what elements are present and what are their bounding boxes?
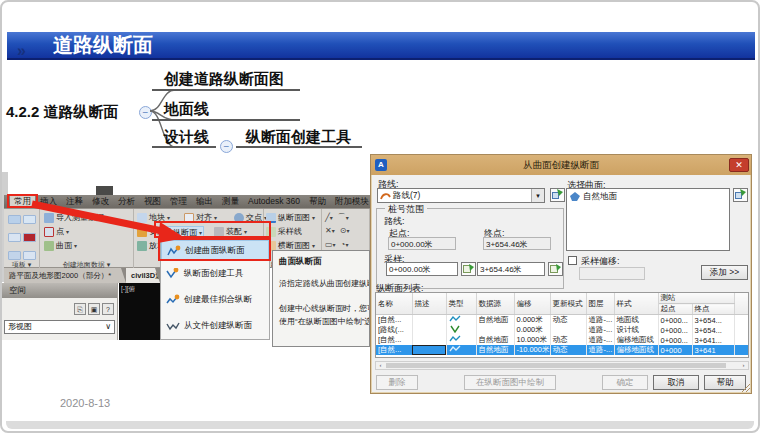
toolspace-icon[interactable] (8, 215, 21, 224)
ribbon-tab-addins[interactable]: 附加模块 (331, 195, 373, 208)
col-header-station-end[interactable]: 终点 (692, 304, 734, 315)
palette-icon[interactable] (23, 251, 36, 260)
panel-icon[interactable]: ▣ (88, 303, 100, 315)
draw-tools-row: ╱▾⌒▾ (325, 212, 349, 223)
drawing-tab-civil3d[interactable]: civil3D道 (126, 268, 160, 283)
profile-type-icon (449, 345, 461, 353)
qat-fragment (96, 186, 113, 195)
col-header-desc[interactable]: 描述 (412, 293, 446, 315)
sample-start-input[interactable]: 0+000.00米 (386, 262, 458, 276)
create-profile-dialog: 从曲面创建纵断面 A ✕ 路线: 路线(7) ▾ 桩号范围 路线: 起点: 终点… (370, 154, 752, 394)
palette-icon[interactable] (8, 233, 21, 242)
tooltip-line: 创建中心线纵断面时，您可以同时创建一 (279, 303, 369, 314)
copy-icon[interactable]: ⎘ (74, 303, 86, 315)
mindmap-underline (152, 89, 300, 91)
hatch-tool-icon[interactable]: ✕▾ (325, 226, 335, 235)
menu-item-best-fit-profile[interactable]: 创建最佳拟合纵断 (161, 287, 269, 313)
mindmap-root: 4.2.2 道路纵断面 (6, 103, 119, 122)
view-selector[interactable]: 形视图∨ (4, 320, 115, 334)
layout-type-icon (449, 325, 461, 333)
drawing-viewport[interactable]: [-][俯 (119, 283, 160, 340)
start-station-field: 0+000.00米 (388, 237, 456, 250)
ribbon-tab-autodesk360[interactable]: Autodesk 360 (244, 195, 304, 208)
palette-icon[interactable] (8, 251, 21, 260)
resize-grip[interactable] (740, 382, 750, 392)
dialog-title-bar[interactable]: 从曲面创建纵断面 (371, 155, 751, 175)
profile-type-icon (449, 315, 461, 323)
chevron-down-icon: ∨ (105, 321, 111, 333)
col-header-station[interactable]: 测站 (658, 293, 734, 304)
autocad-icon: A (375, 159, 387, 171)
ribbon-tab-help[interactable]: 帮助 (305, 195, 330, 208)
pick-station-button[interactable] (548, 262, 563, 276)
menu-item-profile-from-file[interactable]: 从文件创建纵断面 (161, 313, 269, 339)
circle-tool-icon[interactable]: ⊙▾ (340, 226, 350, 235)
sample-lines-button[interactable]: 采样线 (266, 226, 302, 237)
horizontal-scrollbar[interactable]: ‹ › (375, 361, 749, 370)
delete-button[interactable]: 删除 (376, 375, 418, 390)
mindmap-topic-ground-line: 地面线 (164, 100, 209, 119)
mindmap-underline (152, 119, 300, 121)
pick-station-icon (550, 263, 561, 274)
ribbon-tab-output[interactable]: 输出 (192, 195, 217, 208)
pick-surface-button[interactable] (733, 188, 748, 202)
profile-list-table[interactable]: 名称 描述 类型 数据源 偏移 更新模式 图层 样式 测站 起点 终点 (376, 293, 749, 355)
scrollbar-thumb[interactable] (386, 363, 726, 368)
col-header-name[interactable]: 名称 (376, 293, 412, 315)
ok-button[interactable]: 确定 (602, 375, 648, 390)
cancel-button[interactable]: 取消 (653, 375, 699, 390)
surface-icon (570, 192, 580, 201)
sample-offset-checkbox[interactable] (568, 256, 577, 265)
table-row[interactable]: [自然... 自然地面10.000米动态 道路-...偏移地面线 0+000..… (376, 335, 748, 345)
profile-list-table-wrap: 名称 描述 类型 数据源 偏移 更新模式 图层 样式 测站 起点 终点 (375, 292, 749, 358)
scroll-right-icon[interactable]: › (739, 362, 748, 369)
col-header-type[interactable]: 类型 (446, 293, 476, 315)
scroll-left-icon[interactable]: ‹ (376, 362, 385, 369)
view-tool-icon[interactable]: ◔▾ (341, 240, 349, 249)
drawing-tab-plan[interactable]: 路平面及地形图2000（部分）* (4, 268, 126, 283)
arc-tool-icon[interactable]: ⌒▾ (338, 212, 349, 223)
slide-bottom-edge (6, 421, 754, 429)
close-icon[interactable]: ✕ (729, 158, 749, 172)
col-header-style[interactable]: 样式 (614, 293, 658, 315)
sample-end-input[interactable]: 3+654.46米 (477, 262, 545, 276)
pick-station-icon (463, 263, 474, 274)
help-icon[interactable]: ? (102, 303, 114, 315)
table-row[interactable]: [自然... 自然地面0.000米动态 道路-...地面线 0+000...3+… (376, 315, 748, 326)
col-header-source[interactable]: 数据源 (476, 293, 514, 315)
mindmap-underline (236, 146, 362, 148)
col-header-mode[interactable]: 更新模式 (550, 293, 586, 315)
pick-alignment-button[interactable] (550, 188, 565, 202)
line-tool-icon[interactable]: ╱▾ (325, 213, 333, 222)
slide-header: » 道路纵断面 (7, 32, 755, 60)
table-row[interactable]: [路线(... 0.000米 道路-...设计线 0+000...3+654..… (376, 325, 748, 335)
collapse-icon[interactable]: − (220, 140, 233, 153)
surface-listbox[interactable]: 自然地面 (566, 188, 730, 251)
mindmap-topic-design-line: 设计线 (164, 128, 209, 147)
add-button[interactable]: 添加 >> (701, 265, 748, 280)
surface-profile-tooltip: 曲面纵断面 沿指定路线从曲面创建纵断面 创建中心线纵断面时，您可以同时创建一 使… (272, 250, 370, 347)
surface-list-item[interactable]: 自然地面 (583, 191, 617, 201)
chevron-decoration-icon: » (17, 37, 26, 60)
toolspace-panel: 空间 ⎘ ▣ ? 形视图∨ (2, 283, 118, 340)
menu-item-profile-creation-tools[interactable]: 纵断面创建工具 (161, 261, 269, 287)
alignment-combobox[interactable]: 路线(7) ▾ (377, 188, 545, 203)
slide-date: 2020-8-13 (60, 397, 110, 409)
pick-station-button[interactable] (461, 262, 476, 276)
select-object-icon (735, 189, 746, 200)
col-header-layer[interactable]: 图层 (586, 293, 614, 315)
ribbon-tab-survey[interactable]: 测量 (218, 195, 243, 208)
profile-tools-icon (165, 268, 181, 280)
col-header-offset[interactable]: 偏移 (514, 293, 550, 315)
alignment-icon (380, 191, 392, 201)
profile-view-button[interactable]: 纵断面图▾ (266, 212, 315, 223)
tooltip-line: 使用“在纵断面图中绘制”选项可以显示 (279, 316, 369, 327)
draw-in-profile-view-button[interactable]: 在纵断面图中绘制 (464, 375, 556, 390)
chevron-down-icon[interactable]: ▾ (531, 189, 544, 202)
col-header-station-start[interactable]: 起点 (658, 304, 692, 315)
profile-from-file-icon (165, 320, 181, 332)
mindmap-subtopic-tools: 纵断面创建工具 (246, 128, 351, 147)
polyline-tool-icon[interactable]: ▭▾ (325, 240, 336, 249)
table-row-selected[interactable]: [自然... 自然地面-10.000米动态 道路-...偏移地面线 0+0003… (376, 345, 748, 355)
draw-tools-row: ✕▾⊙▾ (325, 226, 349, 235)
